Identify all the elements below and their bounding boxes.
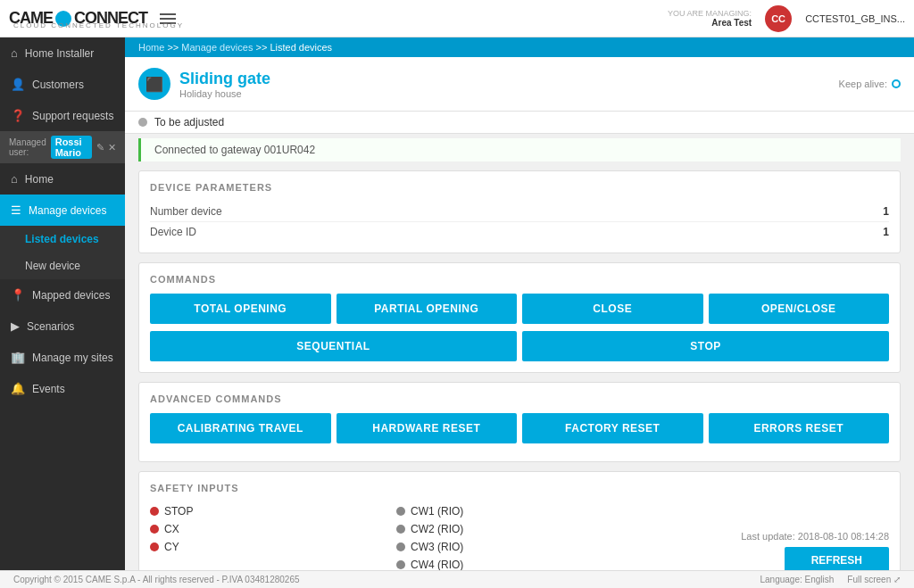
last-update: Last update: 2018-08-10 08:14:28 — [741, 531, 889, 542]
safety-dot-cx — [150, 525, 159, 534]
breadcrumb-manage-devices[interactable]: Manage devices — [181, 42, 253, 53]
managing-area: YOU ARE MANAGING: Area Test — [668, 9, 752, 28]
managed-user-bar: Managed user: Rossi Mario ✎ ✕ — [0, 131, 125, 163]
main-layout: ⌂ Home Installer 👤 Customers ❓ Support r… — [0, 37, 914, 570]
mapped-devices-icon: 📍 — [11, 288, 25, 302]
btn-factory-reset[interactable]: FACTORY RESET — [522, 413, 703, 443]
managed-user-edit-icon[interactable]: ✎ — [96, 142, 104, 153]
sidebar-item-scenarios[interactable]: ▶ Scenarios — [0, 311, 125, 342]
device-title-area: Sliding gate Holiday house — [179, 70, 270, 99]
sidebar-item-manage-sites[interactable]: 🏢 Manage my sites — [0, 342, 125, 373]
advanced-commands-grid: CALIBRATING TRAVEL HARDWARE RESET FACTOR… — [150, 413, 889, 443]
device-params-panel: DEVICE PARAMETERS Number device 1 Device… — [138, 170, 901, 253]
advanced-commands-title: ADVANCED COMMANDS — [150, 393, 889, 404]
btn-stop[interactable]: STOP — [522, 331, 889, 361]
breadcrumb-listed-devices: Listed devices — [270, 42, 332, 53]
param-label-number: Number device — [150, 205, 883, 218]
safety-inputs-title: SAFETY INPUTS — [150, 483, 889, 493]
manage-devices-icon: ☰ — [11, 203, 21, 217]
sidebar-item-home-installer[interactable]: ⌂ Home Installer — [0, 37, 125, 69]
safety-item-stop: STOP — [150, 502, 396, 520]
device-title: Sliding gate — [179, 70, 270, 88]
btn-hardware-reset[interactable]: HARDWARE RESET — [337, 413, 518, 443]
home-icon: ⌂ — [11, 172, 18, 186]
btn-sequential[interactable]: SEQUENTIAL — [150, 331, 517, 361]
refresh-area: Last update: 2018-08-10 08:14:28 REFRESH — [643, 502, 889, 570]
status-label: To be adjusted — [154, 116, 224, 128]
footer-fullscreen[interactable]: Full screen ⤢ — [847, 575, 901, 584]
commands-grid: TOTAL OPENING PARTIAL OPENING CLOSE OPEN… — [150, 294, 889, 324]
btn-partial-opening[interactable]: PARTIAL OPENING — [337, 294, 518, 324]
advanced-commands-panel: ADVANCED COMMANDS CALIBRATING TRAVEL HAR… — [138, 382, 901, 462]
safety-inputs-content: STOP CX CY CW1 (RIO) — [150, 502, 889, 570]
btn-open-close[interactable]: OPEN/CLOSE — [709, 294, 890, 324]
sidebar-item-home[interactable]: ⌂ Home — [0, 163, 125, 195]
param-value-number: 1 — [883, 205, 889, 218]
safety-item-cw2: CW2 (RIO) — [396, 520, 643, 538]
safety-col-2: CW1 (RIO) CW2 (RIO) CW3 (RIO) CW4 (RIO) — [396, 502, 643, 570]
safety-item-cw3: CW3 (RIO) — [396, 538, 643, 556]
scenarios-icon: ▶ — [11, 319, 20, 333]
customers-icon: 👤 — [11, 78, 25, 91]
gateway-info: Connected to gateway 001UR042 — [138, 138, 901, 161]
sidebar-item-events[interactable]: 🔔 Events — [0, 373, 125, 404]
safety-dot-cw3 — [396, 542, 405, 551]
keep-alive: Keep alive: — [839, 79, 901, 89]
footer-language[interactable]: Language: English — [760, 575, 834, 584]
safety-dot-cw4 — [396, 560, 405, 569]
home-installer-icon: ⌂ — [11, 46, 18, 60]
safety-item-cy: CY — [150, 538, 396, 556]
status-bar: To be adjusted — [125, 112, 914, 134]
safety-item-cx: CX — [150, 520, 396, 538]
managed-user-badge: Rossi Mario — [51, 136, 92, 159]
user-avatar[interactable]: CC — [765, 5, 792, 32]
param-row-number: Number device 1 — [150, 202, 889, 222]
device-icon: ⬛ — [138, 68, 170, 100]
breadcrumb: Home >> Manage devices >> Listed devices — [125, 37, 914, 57]
commands-grid-2: SEQUENTIAL STOP — [150, 331, 889, 361]
device-info: ⬛ Sliding gate Holiday house — [138, 68, 270, 100]
commands-panel: COMMANDS TOTAL OPENING PARTIAL OPENING C… — [138, 262, 901, 373]
safety-inputs-panel: SAFETY INPUTS STOP CX CY — [138, 471, 901, 570]
safety-item-cw1: CW1 (RIO) — [396, 502, 643, 520]
safety-dot-cw1 — [396, 507, 405, 516]
manage-sites-icon: 🏢 — [11, 351, 25, 364]
sidebar-sub-menu: Listed devices New device — [0, 226, 125, 279]
breadcrumb-home[interactable]: Home — [138, 42, 164, 53]
footer: Copyright © 2015 CAME S.p.A - All rights… — [0, 570, 914, 588]
user-label: CCTEST01_GB_INS... — [805, 13, 905, 24]
safety-dot-cy — [150, 542, 159, 551]
sidebar-item-support[interactable]: ❓ Support requests — [0, 100, 125, 131]
logo-sub-text: CLOUD CONNECTED TECHNOLOGY — [13, 21, 184, 29]
device-subtitle: Holiday house — [179, 88, 270, 99]
footer-copyright: Copyright © 2015 CAME S.p.A - All rights… — [13, 575, 300, 584]
events-icon: 🔔 — [11, 382, 25, 395]
sidebar-item-listed-devices[interactable]: Listed devices — [0, 226, 125, 253]
btn-close[interactable]: CLOSE — [522, 294, 703, 324]
sidebar-item-mapped-devices[interactable]: 📍 Mapped devices — [0, 279, 125, 311]
commands-title: COMMANDS — [150, 274, 889, 285]
top-header: CAME CONNECT CLOUD CONNECTED TECHNOLOGY … — [0, 0, 914, 37]
btn-total-opening[interactable]: TOTAL OPENING — [150, 294, 331, 324]
sidebar-item-new-device[interactable]: New device — [0, 253, 125, 279]
param-label-id: Device ID — [150, 226, 883, 238]
sidebar-item-manage-devices[interactable]: ☰ Manage devices — [0, 195, 125, 226]
keep-alive-dot — [892, 79, 901, 88]
device-header: ⬛ Sliding gate Holiday house Keep alive: — [125, 57, 914, 112]
support-icon: ❓ — [11, 109, 25, 122]
managed-user-close-icon[interactable]: ✕ — [108, 142, 116, 153]
safety-item-cw4: CW4 (RIO) — [396, 556, 643, 570]
btn-errors-reset[interactable]: ERRORS RESET — [709, 413, 890, 443]
safety-col-1: STOP CX CY — [150, 502, 396, 570]
device-params-title: DEVICE PARAMETERS — [150, 182, 889, 193]
refresh-button[interactable]: REFRESH — [785, 547, 889, 570]
content-area: Home >> Manage devices >> Listed devices… — [125, 37, 914, 570]
sidebar: ⌂ Home Installer 👤 Customers ❓ Support r… — [0, 37, 125, 570]
sidebar-item-customers[interactable]: 👤 Customers — [0, 69, 125, 100]
header-right: YOU ARE MANAGING: Area Test CC CCTEST01_… — [668, 5, 905, 32]
safety-dot-stop — [150, 507, 159, 516]
status-dot — [138, 118, 147, 127]
btn-calibrating-travel[interactable]: CALIBRATING TRAVEL — [150, 413, 331, 443]
param-row-id: Device ID 1 — [150, 222, 889, 242]
safety-dot-cw2 — [396, 525, 405, 534]
